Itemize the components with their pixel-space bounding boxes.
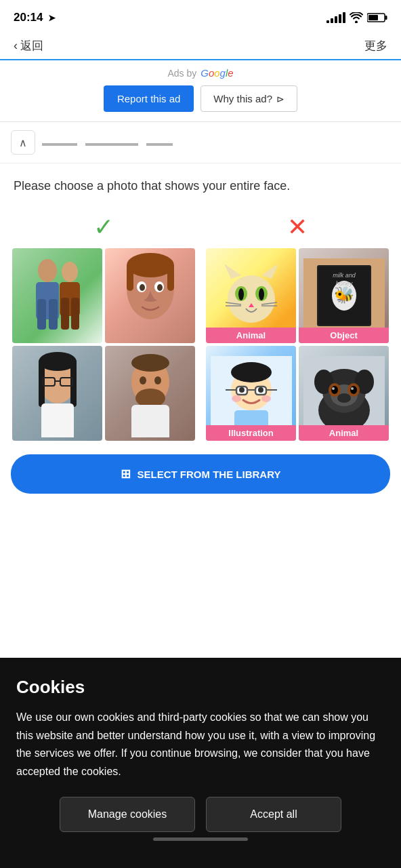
photo-illustration: Illustration [206, 346, 296, 441]
svg-point-31 [154, 376, 161, 384]
main-content: ∧ ▬▬▬▬ ▬▬▬▬▬▬ ▬▬▬ Please choose a photo … [0, 122, 401, 500]
instruction-text: Please choose a photo that shows your en… [0, 163, 401, 202]
svg-text:honey: honey [335, 280, 352, 287]
photo-pug: Animal [299, 346, 389, 441]
header-tabs: ▬▬▬▬ ▬▬▬▬▬▬ ▬▬▬ [42, 135, 173, 151]
collapse-button[interactable]: ∧ [11, 130, 35, 155]
home-indicator [16, 832, 385, 844]
status-bar: 20:14 ➤ [0, 0, 401, 33]
photo-grid: ✓ [11, 213, 390, 441]
photo-book: 🐝 milk and honey Object [299, 248, 389, 343]
svg-rect-21 [39, 359, 45, 407]
svg-point-60 [239, 387, 245, 393]
svg-point-17 [140, 284, 145, 291]
ads-by-label: Ads by [167, 68, 196, 79]
couple-image [12, 248, 102, 343]
illustration-label: Illustration [206, 425, 296, 441]
svg-text:🐝: 🐝 [334, 285, 354, 304]
why-ad-icon: ⊳ [276, 94, 284, 104]
good-photos-column: ✓ [12, 213, 195, 441]
ad-action-buttons: Report this ad Why this ad? ⊳ [104, 85, 297, 112]
svg-point-72 [337, 393, 351, 403]
svg-rect-32 [131, 405, 169, 437]
good-photos-grid [12, 248, 195, 441]
svg-rect-10 [71, 298, 79, 330]
svg-rect-14 [167, 264, 174, 291]
svg-point-62 [232, 395, 241, 402]
svg-point-76 [350, 386, 357, 394]
svg-point-78 [351, 387, 354, 390]
svg-point-77 [332, 387, 335, 390]
face-image [105, 248, 195, 343]
tab-item-2: ▬▬▬▬▬▬ [85, 135, 138, 151]
select-library-label: SELECT FROM THE LIBRARY [138, 469, 281, 480]
svg-point-12 [127, 253, 174, 277]
back-chevron-icon: ‹ [14, 39, 18, 53]
back-label: 返回 [20, 38, 43, 54]
nav-bar: ‹ 返回 更多 [0, 33, 401, 60]
why-ad-button[interactable]: Why this ad? ⊳ [200, 85, 297, 112]
svg-point-38 [238, 288, 244, 300]
photo-couple [12, 248, 102, 343]
bad-photos-row-1: Animal [206, 248, 389, 343]
svg-point-29 [135, 389, 165, 408]
cookie-banner: Cookies We use our own cookies and third… [0, 658, 401, 868]
more-label: 更多 [364, 39, 387, 52]
svg-rect-2 [368, 15, 378, 20]
photo-section: ✓ [0, 202, 401, 454]
svg-point-3 [38, 259, 57, 282]
svg-point-18 [157, 284, 163, 291]
photo-cat: Animal [206, 248, 296, 343]
svg-rect-6 [49, 299, 58, 330]
ad-bar: Ads by Google Report this ad Why this ad… [0, 60, 401, 122]
svg-rect-13 [127, 264, 133, 291]
photo-glasses-woman [12, 346, 102, 441]
object-label: Object [299, 328, 389, 343]
google-logo: Google [200, 67, 233, 79]
cookie-title: Cookies [16, 677, 385, 698]
content-header: ∧ ▬▬▬▬ ▬▬▬▬▬▬ ▬▬▬ [0, 122, 401, 163]
svg-rect-22 [70, 359, 77, 407]
back-button[interactable]: ‹ 返回 [14, 38, 43, 54]
library-icon: ⊞ [121, 467, 131, 481]
beard-image [105, 346, 195, 441]
photo-beard-man [105, 346, 195, 441]
cookie-text: We use our own cookies and third-party c… [16, 709, 385, 781]
animal-label-1: Animal [206, 328, 296, 343]
status-time: 20:14 ➤ [14, 11, 56, 24]
accept-all-button[interactable]: Accept all [206, 797, 341, 832]
tab-item-1: ▬▬▬▬ [42, 135, 77, 151]
wifi-icon [350, 12, 363, 23]
svg-point-28 [131, 354, 169, 372]
home-bar [153, 837, 248, 841]
svg-point-63 [261, 395, 271, 402]
svg-rect-26 [41, 403, 74, 437]
why-ad-label: Why this ad? [213, 93, 272, 104]
svg-point-54 [231, 362, 272, 382]
more-button[interactable]: 更多 [364, 38, 387, 54]
ads-by-google: Ads by Google [167, 67, 233, 79]
battery-icon [367, 12, 387, 23]
check-indicator: ✓ [93, 213, 114, 241]
svg-rect-1 [385, 16, 387, 20]
status-icons [326, 12, 387, 23]
cookie-action-buttons: Manage cookies Accept all [16, 797, 385, 832]
cross-indicator: ✕ [287, 213, 308, 241]
select-library-button[interactable]: ⊞ SELECT FROM THE LIBRARY [11, 454, 390, 494]
tab-item-3: ▬▬▬ [146, 135, 173, 151]
bad-photos-grid: Animal [206, 248, 389, 441]
bad-photos-row-2: Illustration [206, 346, 389, 441]
svg-point-75 [331, 386, 338, 394]
svg-point-33 [228, 275, 275, 323]
report-ad-button[interactable]: Report this ad [104, 85, 194, 112]
animal-label-2: Animal [299, 425, 389, 441]
signal-icon [326, 12, 345, 23]
svg-point-39 [259, 288, 264, 300]
manage-cookies-button[interactable]: Manage cookies [60, 797, 195, 832]
svg-rect-9 [61, 298, 69, 330]
chevron-up-icon: ∧ [19, 136, 27, 149]
svg-marker-35 [261, 264, 278, 279]
svg-point-7 [62, 262, 78, 282]
svg-rect-5 [37, 299, 46, 330]
svg-point-30 [140, 376, 146, 384]
